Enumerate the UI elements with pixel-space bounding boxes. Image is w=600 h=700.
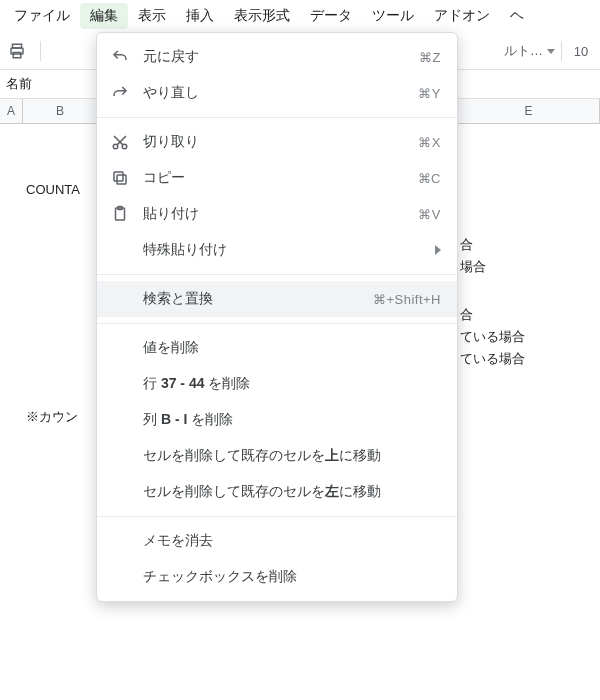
menu-item-label: 値を削除 xyxy=(143,339,441,357)
cell-e7: 場合 xyxy=(460,258,486,276)
svg-rect-6 xyxy=(114,172,123,181)
menu-view[interactable]: 表示 xyxy=(128,3,176,29)
menu-item-paste-special[interactable]: 特殊貼り付け xyxy=(97,232,457,268)
menu-item-label: 切り取り xyxy=(143,133,404,151)
font-family-label: ルト… xyxy=(504,42,543,60)
name-box-label: 名前 xyxy=(6,75,32,93)
menu-separator xyxy=(97,323,457,324)
menu-item-shortcut: ⌘+Shift+H xyxy=(373,292,441,307)
menu-item-delete-shift-up[interactable]: セルを削除して既存のセルを上に移動 xyxy=(97,438,457,474)
cell-e10: ている場合 xyxy=(460,328,525,346)
menu-separator xyxy=(97,516,457,517)
menu-item-label: セルを削除して既存のセルを左に移動 xyxy=(143,483,441,501)
toolbar-separator xyxy=(561,41,562,61)
cut-icon xyxy=(111,133,129,151)
col-header-a[interactable]: A xyxy=(0,99,23,123)
svg-rect-5 xyxy=(117,175,126,184)
font-family-dropdown[interactable]: ルト… xyxy=(504,42,555,60)
menu-item-delete-columns[interactable]: 列 B - I を削除 xyxy=(97,402,457,438)
menu-item-copy[interactable]: コピー ⌘C xyxy=(97,160,457,196)
toolbar-separator xyxy=(40,41,41,61)
menu-item-label: 元に戻す xyxy=(143,48,405,66)
print-icon[interactable] xyxy=(6,40,28,62)
svg-point-3 xyxy=(113,144,118,149)
menu-item-label: コピー xyxy=(143,169,404,187)
menu-item-shortcut: ⌘Y xyxy=(418,86,441,101)
menu-addons[interactable]: アドオン xyxy=(424,3,500,29)
menu-item-shortcut: ⌘X xyxy=(418,135,441,150)
cell-e6: 合 xyxy=(460,236,473,254)
cell-b14: ※カウン xyxy=(26,408,78,426)
font-size-value[interactable]: 10 xyxy=(568,44,594,59)
menu-item-paste[interactable]: 貼り付け ⌘V xyxy=(97,196,457,232)
menu-edit[interactable]: 編集 xyxy=(80,3,128,29)
menu-item-undo[interactable]: 元に戻す ⌘Z xyxy=(97,39,457,75)
menu-item-find-replace[interactable]: 検索と置換 ⌘+Shift+H xyxy=(97,281,457,317)
cell-e9: 合 xyxy=(460,306,473,324)
menu-tools[interactable]: ツール xyxy=(362,3,424,29)
menu-item-label: チェックボックスを削除 xyxy=(143,568,441,586)
menu-item-label: セルを削除して既存のセルを上に移動 xyxy=(143,447,441,465)
menu-separator xyxy=(97,274,457,275)
menu-item-label: 検索と置換 xyxy=(143,290,359,308)
menu-separator xyxy=(97,117,457,118)
menu-item-label: 貼り付け xyxy=(143,205,404,223)
menu-help[interactable]: ヘ xyxy=(500,3,534,29)
menu-item-label: やり直し xyxy=(143,84,404,102)
menu-item-label: 列 B - I を削除 xyxy=(143,411,441,429)
menu-item-delete-values[interactable]: 値を削除 xyxy=(97,330,457,366)
edit-menu-dropdown: 元に戻す ⌘Z やり直し ⌘Y 切り取り ⌘X コピー ⌘C 貼り付け ⌘V 特… xyxy=(96,32,458,602)
copy-icon xyxy=(111,169,129,187)
menu-format[interactable]: 表示形式 xyxy=(224,3,300,29)
menu-item-label: 特殊貼り付け xyxy=(143,241,421,259)
chevron-down-icon xyxy=(547,49,555,54)
menu-insert[interactable]: 挿入 xyxy=(176,3,224,29)
menu-item-remove-checkboxes[interactable]: チェックボックスを削除 xyxy=(97,559,457,595)
undo-icon xyxy=(111,48,129,66)
col-header-e[interactable]: E xyxy=(458,99,600,123)
cell-e11: ている場合 xyxy=(460,350,525,368)
menu-file[interactable]: ファイル xyxy=(4,3,80,29)
menu-item-redo[interactable]: やり直し ⌘Y xyxy=(97,75,457,111)
menu-data[interactable]: データ xyxy=(300,3,362,29)
svg-point-4 xyxy=(122,144,127,149)
menu-item-clear-notes[interactable]: メモを消去 xyxy=(97,523,457,559)
cell-b3: COUNTA xyxy=(26,182,80,197)
paste-icon xyxy=(111,205,129,223)
menu-item-delete-rows[interactable]: 行 37 - 44 を削除 xyxy=(97,366,457,402)
menu-item-shortcut: ⌘C xyxy=(418,171,441,186)
redo-icon xyxy=(111,84,129,102)
menubar: ファイル 編集 表示 挿入 表示形式 データ ツール アドオン ヘ xyxy=(0,0,600,33)
menu-item-shortcut: ⌘Z xyxy=(419,50,441,65)
menu-item-shortcut: ⌘V xyxy=(418,207,441,222)
menu-item-label: メモを消去 xyxy=(143,532,441,550)
menu-item-label: 行 37 - 44 を削除 xyxy=(143,375,441,393)
menu-item-cut[interactable]: 切り取り ⌘X xyxy=(97,124,457,160)
submenu-arrow-icon xyxy=(435,245,441,255)
menu-item-delete-shift-left[interactable]: セルを削除して既存のセルを左に移動 xyxy=(97,474,457,510)
col-header-b[interactable]: B xyxy=(23,99,98,123)
